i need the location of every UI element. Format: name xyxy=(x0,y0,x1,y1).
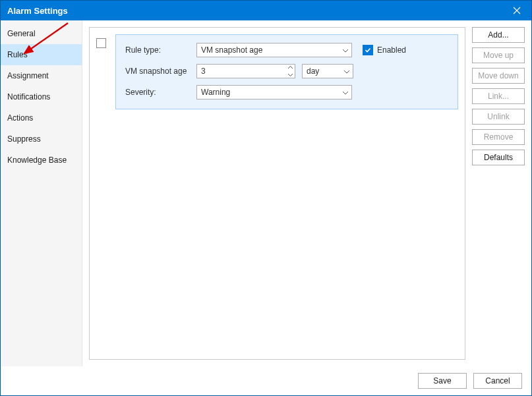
enabled-checkbox[interactable] xyxy=(363,45,373,55)
snapshot-age-spinner[interactable]: 3 xyxy=(196,64,295,78)
window-title: Alarm Settings xyxy=(7,6,68,16)
rule-card: Rule type: VM snapshot age xyxy=(115,34,458,109)
rules-list-panel: Rule type: VM snapshot age xyxy=(89,27,465,360)
titlebar: Alarm Settings xyxy=(1,1,531,20)
severity-row: Severity: Warning xyxy=(125,85,448,99)
severity-combo[interactable]: Warning xyxy=(196,85,352,99)
spinner-down-icon[interactable] xyxy=(287,72,293,77)
dialog-footer: Save Cancel xyxy=(1,366,531,395)
snapshot-age-value: 3 xyxy=(201,67,206,76)
sidebar-item-rules[interactable]: Rules xyxy=(1,44,82,65)
rule-type-label: Rule type: xyxy=(125,45,190,55)
remove-button[interactable]: Remove xyxy=(472,129,525,145)
link-button[interactable]: Link... xyxy=(472,88,525,104)
severity-value: Warning xyxy=(201,88,230,97)
defaults-button[interactable]: Defaults xyxy=(472,150,525,165)
sidebar-item-general[interactable]: General xyxy=(1,23,82,44)
dialog-body: General Rules Assignment Notifications A… xyxy=(1,20,531,366)
rule-row: Rule type: VM snapshot age xyxy=(96,34,458,109)
rule-actions-column: Add... Move up Move down Link... Unlink … xyxy=(472,27,525,360)
move-down-button[interactable]: Move down xyxy=(472,68,525,84)
sidebar-item-actions[interactable]: Actions xyxy=(1,107,82,128)
chevron-down-icon xyxy=(342,88,349,97)
close-button[interactable] xyxy=(502,1,531,20)
enabled-wrap: Enabled xyxy=(363,45,406,55)
snapshot-age-row: VM snapshot age 3 day xyxy=(125,64,448,78)
sidebar-item-notifications[interactable]: Notifications xyxy=(1,86,82,107)
spinner-buttons xyxy=(287,65,293,77)
unlink-button[interactable]: Unlink xyxy=(472,109,525,125)
rule-select-checkbox[interactable] xyxy=(96,38,106,48)
spinner-up-icon[interactable] xyxy=(287,65,293,70)
chevron-down-icon xyxy=(342,45,349,55)
settings-sidebar: General Rules Assignment Notifications A… xyxy=(1,20,82,366)
cancel-button[interactable]: Cancel xyxy=(473,373,522,389)
add-button[interactable]: Add... xyxy=(472,27,525,43)
rule-type-value: VM snapshot age xyxy=(201,45,262,55)
severity-label: Severity: xyxy=(125,88,190,97)
save-button[interactable]: Save xyxy=(418,373,467,389)
check-icon xyxy=(365,47,371,53)
rule-type-combo[interactable]: VM snapshot age xyxy=(196,43,352,57)
sidebar-item-assignment[interactable]: Assignment xyxy=(1,65,82,86)
enabled-label: Enabled xyxy=(377,45,406,55)
sidebar-item-suppress[interactable]: Suppress xyxy=(1,128,82,150)
move-up-button[interactable]: Move up xyxy=(472,47,525,63)
rules-main: Rule type: VM snapshot age xyxy=(82,20,531,366)
snapshot-age-unit-value: day xyxy=(307,67,319,76)
snapshot-age-unit-combo[interactable]: day xyxy=(302,64,353,78)
close-icon xyxy=(513,7,521,14)
alarm-settings-window: Alarm Settings General Rules Assignment … xyxy=(0,0,532,396)
snapshot-age-label: VM snapshot age xyxy=(125,67,190,76)
rule-type-row: Rule type: VM snapshot age xyxy=(125,43,448,57)
sidebar-item-knowledge-base[interactable]: Knowledge Base xyxy=(1,150,82,171)
chevron-down-icon xyxy=(343,67,350,76)
